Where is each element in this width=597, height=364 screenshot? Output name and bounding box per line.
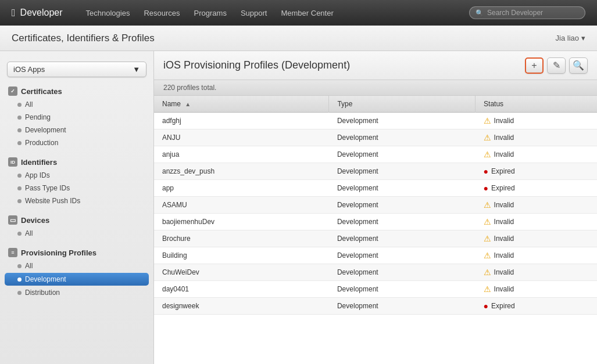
error-icon: ● bbox=[484, 183, 488, 193]
user-menu[interactable]: Jia liao ▾ bbox=[556, 34, 585, 42]
cell-name: day0401 bbox=[154, 281, 329, 298]
edit-icon: ✎ bbox=[553, 60, 560, 71]
warning-icon: ⚠ bbox=[484, 150, 491, 159]
dot-icon bbox=[17, 232, 22, 236]
search-icon: 🔍 bbox=[573, 60, 584, 71]
cell-status: ●Expired bbox=[476, 180, 597, 197]
profile-count-text: 220 profiles total. bbox=[163, 84, 216, 92]
content-header: iOS Provisioning Profiles (Development) … bbox=[154, 51, 597, 80]
dot-icon bbox=[17, 264, 22, 268]
column-type: Type bbox=[329, 96, 476, 113]
status-text: Invalid bbox=[494, 150, 514, 158]
section-devices: ▭ Devices bbox=[0, 211, 153, 227]
status-text: Expired bbox=[491, 167, 515, 175]
search-button[interactable]: 🔍 bbox=[569, 57, 588, 74]
cell-type: Development bbox=[329, 214, 476, 230]
sidebar: iOS Apps ▼ ✓ Certificates All Pending De… bbox=[0, 51, 154, 364]
cell-type: Development bbox=[329, 230, 476, 247]
sidebar-item-profiles-all[interactable]: All bbox=[0, 260, 153, 272]
status-text: Invalid bbox=[494, 201, 514, 209]
section-provisioning-label: Provisioning Profiles bbox=[21, 248, 96, 257]
table-row[interactable]: ChuWeiDevDevelopment⚠Invalid bbox=[154, 264, 597, 281]
section-identifiers-label: Identifiers bbox=[21, 158, 57, 167]
cell-status: ⚠Invalid bbox=[476, 214, 597, 230]
cell-status: ●Expired bbox=[476, 298, 597, 315]
sidebar-item-certs-development[interactable]: Development bbox=[0, 124, 153, 136]
dot-icon bbox=[17, 186, 22, 190]
table-row[interactable]: ANJUDevelopment⚠Invalid bbox=[154, 129, 597, 146]
table-row[interactable]: baojiemenhuDevDevelopment⚠Invalid bbox=[154, 214, 597, 230]
section-certificates: ✓ Certificates bbox=[0, 82, 153, 98]
sidebar-item-devices-all[interactable]: All bbox=[0, 227, 153, 240]
provisioning-icon: ≡ bbox=[8, 248, 17, 257]
search-icon: 🔍 bbox=[476, 9, 484, 17]
dot-icon bbox=[17, 103, 22, 107]
cell-type: Development bbox=[329, 298, 476, 315]
sidebar-item-profiles-development[interactable]: Development bbox=[5, 273, 149, 286]
add-button[interactable]: + bbox=[525, 57, 544, 74]
cell-type: Development bbox=[329, 113, 476, 129]
column-name[interactable]: Name ▲ bbox=[154, 96, 329, 113]
table-row[interactable]: BrochureDevelopment⚠Invalid bbox=[154, 230, 597, 247]
nav-support[interactable]: Support bbox=[241, 9, 267, 17]
warning-icon: ⚠ bbox=[484, 133, 491, 142]
user-name: Jia liao bbox=[556, 34, 579, 42]
table-row[interactable]: appDevelopment●Expired bbox=[154, 180, 597, 197]
table-header-row: Name ▲ Type Status bbox=[154, 96, 597, 113]
table-row[interactable]: day0401Development⚠Invalid bbox=[154, 281, 597, 298]
status-text: Invalid bbox=[494, 235, 514, 243]
profiles-table-container[interactable]: Name ▲ Type Status adfghjDevelopment⚠Inv… bbox=[154, 96, 597, 364]
cell-type: Development bbox=[329, 264, 476, 281]
table-row[interactable]: adfghjDevelopment⚠Invalid bbox=[154, 113, 597, 129]
sidebar-item-certs-pending[interactable]: Pending bbox=[0, 111, 153, 124]
table-row[interactable]: anzzs_dev_pushDevelopment●Expired bbox=[154, 163, 597, 180]
dot-icon bbox=[17, 128, 22, 132]
logo-text: Developer bbox=[20, 8, 63, 18]
dot-icon bbox=[17, 199, 22, 203]
cell-status: ⚠Invalid bbox=[476, 281, 597, 298]
sidebar-item-certs-production[interactable]: Production bbox=[0, 136, 153, 149]
search-input[interactable] bbox=[487, 9, 579, 17]
status-text: Invalid bbox=[494, 251, 514, 260]
content-area: iOS Provisioning Profiles (Development) … bbox=[154, 51, 597, 364]
cell-name: app bbox=[154, 180, 329, 197]
sub-header: Certificates, Identifiers & Profiles Jia… bbox=[0, 26, 597, 51]
status-text: Expired bbox=[491, 184, 515, 192]
table-row[interactable]: BuildingDevelopment⚠Invalid bbox=[154, 247, 597, 264]
nav-resources[interactable]: Resources bbox=[144, 9, 180, 17]
cell-type: Development bbox=[329, 146, 476, 163]
sidebar-item-certs-all[interactable]: All bbox=[0, 98, 153, 111]
sidebar-item-app-ids[interactable]: App IDs bbox=[0, 169, 153, 182]
sidebar-item-pass-type-ids[interactable]: Pass Type IDs bbox=[0, 182, 153, 194]
table-row[interactable]: ASAMUDevelopment⚠Invalid bbox=[154, 197, 597, 214]
profiles-table: Name ▲ Type Status adfghjDevelopment⚠Inv… bbox=[154, 96, 597, 315]
cell-name: anzzs_dev_push bbox=[154, 163, 329, 180]
cell-status: ⚠Invalid bbox=[476, 247, 597, 264]
nav-programs[interactable]: Programs bbox=[194, 9, 227, 17]
cell-status: ⚠Invalid bbox=[476, 264, 597, 281]
cell-name: Building bbox=[154, 247, 329, 264]
section-provisioning: ≡ Provisioning Profiles bbox=[0, 243, 153, 260]
cell-status: ⚠Invalid bbox=[476, 146, 597, 163]
nav-member-center[interactable]: Member Center bbox=[281, 9, 333, 17]
cell-type: Development bbox=[329, 197, 476, 214]
error-icon: ● bbox=[484, 301, 488, 311]
platform-dropdown[interactable]: iOS Apps ▼ bbox=[7, 62, 146, 77]
cell-type: Development bbox=[329, 163, 476, 180]
edit-button[interactable]: ✎ bbox=[547, 57, 566, 74]
warning-icon: ⚠ bbox=[484, 268, 491, 277]
header-buttons: + ✎ 🔍 bbox=[525, 57, 588, 74]
cell-status: ⚠Invalid bbox=[476, 113, 597, 129]
table-row[interactable]: designweekDevelopment●Expired bbox=[154, 298, 597, 315]
cell-name: ASAMU bbox=[154, 197, 329, 214]
sidebar-item-website-push-ids[interactable]: Website Push IDs bbox=[0, 194, 153, 207]
warning-icon: ⚠ bbox=[484, 234, 491, 243]
nav-technologies[interactable]: Technologies bbox=[86, 9, 130, 17]
top-navigation:  Developer Technologies Resources Progr… bbox=[0, 0, 597, 26]
main-layout: iOS Apps ▼ ✓ Certificates All Pending De… bbox=[0, 51, 597, 364]
sidebar-item-profiles-distribution[interactable]: Distribution bbox=[0, 286, 153, 299]
status-text: Invalid bbox=[494, 134, 514, 142]
search-box[interactable]: 🔍 bbox=[469, 6, 585, 19]
table-row[interactable]: anjuaDevelopment⚠Invalid bbox=[154, 146, 597, 163]
cell-name: designweek bbox=[154, 298, 329, 315]
